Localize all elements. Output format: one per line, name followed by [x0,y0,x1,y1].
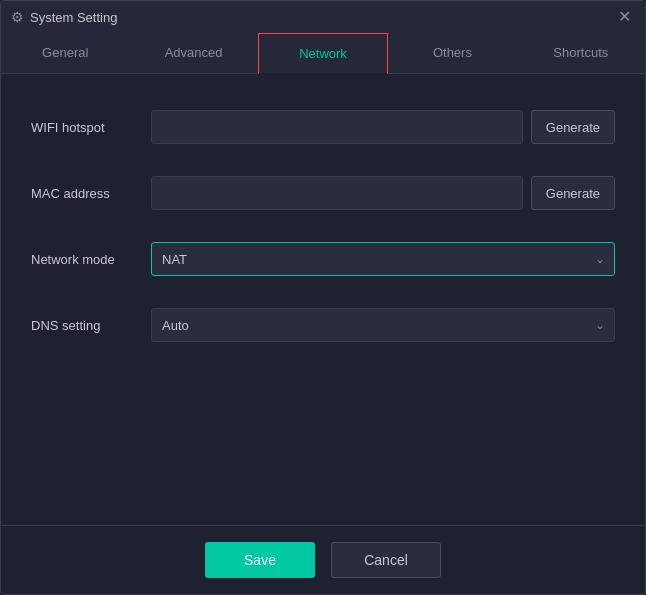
wifi-hotspot-input[interactable] [151,110,523,144]
wifi-hotspot-row: WIFI hotspot Generate [31,94,615,160]
generate-mac-button[interactable]: Generate [531,176,615,210]
save-button[interactable]: Save [205,542,315,578]
cancel-button[interactable]: Cancel [331,542,441,578]
title-bar: ⚙ System Setting ✕ [1,1,645,33]
content-area: WIFI hotspot Generate MAC address Genera… [1,74,645,525]
dns-setting-row: DNS setting Auto Custom ⌄ [31,292,615,358]
tab-general[interactable]: General [1,33,129,73]
wifi-hotspot-label: WIFI hotspot [31,120,151,135]
network-mode-select[interactable]: NAT Bridge Host-only [151,242,615,276]
network-mode-wrapper: NAT Bridge Host-only ⌄ [151,242,615,276]
dns-setting-label: DNS setting [31,318,151,333]
mac-address-label: MAC address [31,186,151,201]
generate-wifi-button[interactable]: Generate [531,110,615,144]
window-title: System Setting [30,10,117,25]
mac-address-input[interactable] [151,176,523,210]
tab-shortcuts[interactable]: Shortcuts [517,33,645,73]
mac-address-row: MAC address Generate [31,160,615,226]
network-mode-label: Network mode [31,252,151,267]
footer: Save Cancel [1,525,645,594]
title-bar-left: ⚙ System Setting [11,9,117,25]
tab-advanced[interactable]: Advanced [129,33,257,73]
settings-icon: ⚙ [11,9,24,25]
dns-setting-wrapper: Auto Custom ⌄ [151,308,615,342]
system-setting-window: ⚙ System Setting ✕ General Advanced Netw… [0,0,646,595]
tab-bar: General Advanced Network Others Shortcut… [1,33,645,74]
close-button[interactable]: ✕ [614,7,635,27]
tab-network[interactable]: Network [258,33,388,74]
tab-others[interactable]: Others [388,33,516,73]
dns-setting-select[interactable]: Auto Custom [151,308,615,342]
network-mode-row: Network mode NAT Bridge Host-only ⌄ [31,226,615,292]
